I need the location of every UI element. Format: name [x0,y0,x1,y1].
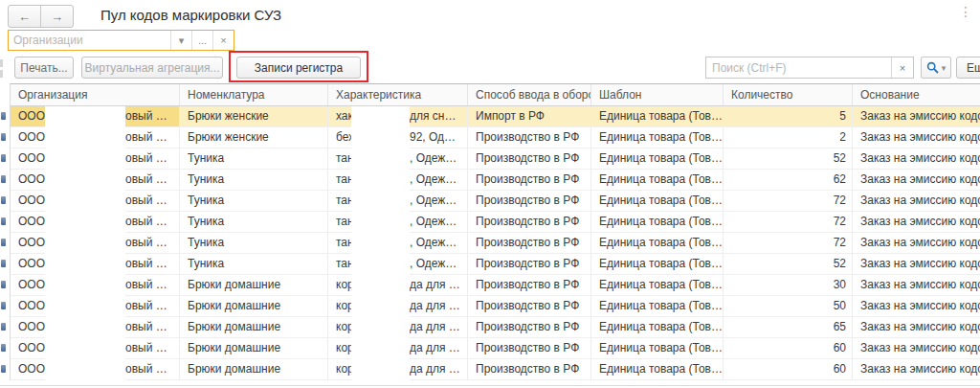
column-header-template[interactable]: Шаблон [591,84,724,105]
nomenclature-cell[interactable]: Туника [180,212,328,232]
table-row[interactable]: ООО "С овый … Туника тане , Одеж… Произв… [11,254,980,275]
basis-cell[interactable]: Заказ на эмиссию кодов [853,317,980,337]
method-cell[interactable]: Производство в РФ [468,191,591,211]
organization-cell[interactable]: ООО "С овый … [11,191,180,211]
nomenclature-cell[interactable]: Туника [180,148,328,169]
characteristic-cell[interactable]: тане , Одеж… [328,254,468,274]
table-row[interactable]: ООО "С овый … Туника тане , Одеж… Произв… [11,212,980,233]
method-cell[interactable]: Производство в РФ [468,359,591,379]
filter-clear-button[interactable]: × [212,31,234,50]
column-header-method[interactable]: Способ ввода в оборот [468,84,591,105]
quantity-cell[interactable]: 60 [724,359,853,379]
forward-button[interactable]: → [40,6,73,27]
method-cell[interactable]: Производство в РФ [468,148,591,169]
quantity-cell[interactable]: 52 [724,254,853,274]
method-cell[interactable]: Производство в РФ [468,233,591,253]
template-cell[interactable]: Единица товара (Тов… [591,127,724,148]
register-records-button[interactable]: Записи регистра [236,57,361,79]
characteristic-cell[interactable]: корал да для … [328,275,468,295]
filter-choose-button[interactable]: ... [191,31,212,50]
more-actions-button[interactable]: Ещ [956,57,980,79]
organization-cell[interactable]: ООО "С овый … [11,127,180,148]
method-cell[interactable]: Импорт в РФ [468,106,591,126]
basis-cell[interactable]: Заказ на эмиссию кодов [853,127,980,148]
nomenclature-cell[interactable]: Туника [180,233,328,253]
organization-cell[interactable]: ООО "С овый … [11,359,180,379]
column-header-organization[interactable]: Организация [11,84,180,105]
method-cell[interactable]: Производство в РФ [468,254,591,274]
organization-cell[interactable]: ООО "С овый … [11,233,180,253]
characteristic-cell[interactable]: тане , Одеж… [328,212,468,232]
characteristic-cell[interactable]: корал да для … [328,317,468,337]
characteristic-cell[interactable]: корал да для … [328,359,468,379]
table-row[interactable]: ООО "С овый … Туника тане , Одеж… Произв… [11,148,980,170]
method-cell[interactable]: Производство в РФ [468,275,591,295]
virtual-aggregation-button[interactable]: Виртуальная агрегация... [81,57,223,79]
quantity-cell[interactable]: 5 [724,106,853,126]
table-row[interactable]: ООО "С овый … Брюки домашние корал да дл… [11,338,980,359]
organization-filter-input[interactable] [9,31,170,50]
table-row[interactable]: ООО "С овый … Брюки домашние корал да дл… [11,275,980,296]
table-row[interactable]: ООО "С овый … Брюки домашние корал да дл… [11,296,980,317]
nomenclature-cell[interactable]: Брюки домашние [180,296,328,316]
window-menu-icon[interactable]: ⋮ [959,4,972,19]
method-cell[interactable]: Производство в РФ [468,317,591,337]
characteristic-cell[interactable]: корал да для … [328,338,468,358]
print-button[interactable]: Печать... [14,57,74,79]
quantity-cell[interactable]: 60 [724,338,853,358]
organization-cell[interactable]: ООО "С овый … [11,296,180,316]
basis-cell[interactable]: Заказ на эмиссию кодов [853,338,980,358]
template-cell[interactable]: Единица товара (Тов… [591,170,724,190]
column-header-quantity[interactable]: Количество [724,84,853,105]
characteristic-cell[interactable]: тане , Одеж… [328,191,468,211]
organization-cell[interactable]: ООО "С овый … [11,338,180,358]
search-button[interactable]: ▾ [921,57,951,79]
template-cell[interactable]: Единица товара (Тов… [591,106,724,126]
search-input[interactable] [706,57,891,78]
basis-cell[interactable]: Заказ на эмиссию кодов [853,233,980,253]
nomenclature-cell[interactable]: Брюки домашние [180,317,328,337]
table-row[interactable]: ООО "С овый … Брюки женские хаки, для сн… [11,106,980,127]
template-cell[interactable]: Единица товара (Тов… [591,359,724,379]
characteristic-cell[interactable]: тане , Одеж… [328,233,468,253]
characteristic-cell[interactable]: хаки, для сн… [328,106,468,126]
template-cell[interactable]: Единица товара (Тов… [591,191,724,211]
template-cell[interactable]: Единица товара (Тов… [591,338,724,358]
basis-cell[interactable]: Заказ на эмиссию кодов [853,191,980,211]
quantity-cell[interactable]: 65 [724,317,853,337]
nomenclature-cell[interactable]: Брюки домашние [180,338,328,358]
quantity-cell[interactable]: 62 [724,170,853,190]
basis-cell[interactable]: Заказ на эмиссию кодов [853,296,980,316]
quantity-cell[interactable]: 2 [724,127,853,148]
table-row[interactable]: ООО "С овый … Туника тане , Одеж… Произв… [11,191,980,212]
nomenclature-cell[interactable]: Брюки женские [180,127,328,148]
nomenclature-cell[interactable]: Брюки домашние [180,275,328,295]
filter-dropdown-button[interactable]: ▾ [170,31,191,50]
basis-cell[interactable]: Заказ на эмиссию кодов [853,106,980,126]
method-cell[interactable]: Производство в РФ [468,338,591,358]
quantity-cell[interactable]: 72 [724,212,853,232]
quantity-cell[interactable]: 30 [724,275,853,295]
organization-cell[interactable]: ООО "С овый … [11,148,180,169]
table-row[interactable]: ООО "С овый … Брюки женские беже 92, Од…… [11,127,980,148]
basis-cell[interactable]: Заказ на эмиссию кодов [853,148,980,169]
characteristic-cell[interactable]: корал да для … [328,296,468,316]
template-cell[interactable]: Единица товара (Тов… [591,296,724,316]
quantity-cell[interactable]: 50 [724,296,853,316]
column-header-nomenclature[interactable]: Номенклатура [180,84,328,105]
method-cell[interactable]: Производство в РФ [468,170,591,190]
basis-cell[interactable]: Заказ на эмиссию кодов [853,359,980,379]
back-button[interactable]: ← [9,6,40,27]
template-cell[interactable]: Единица товара (Тов… [591,212,724,232]
quantity-cell[interactable]: 52 [724,148,853,169]
nomenclature-cell[interactable]: Туника [180,191,328,211]
table-row[interactable]: ООО "С овый … Брюки домашние корал да дл… [11,317,980,338]
table-row[interactable]: ООО "С овый … Брюки домашние корал да дл… [11,359,980,380]
organization-cell[interactable]: ООО "С овый … [11,106,180,126]
nomenclature-cell[interactable]: Брюки женские [180,106,328,126]
method-cell[interactable]: Производство в РФ [468,296,591,316]
nomenclature-cell[interactable]: Брюки домашние [180,359,328,379]
method-cell[interactable]: Производство в РФ [468,212,591,232]
nomenclature-cell[interactable]: Туника [180,170,328,190]
organization-cell[interactable]: ООО "С овый … [11,212,180,232]
